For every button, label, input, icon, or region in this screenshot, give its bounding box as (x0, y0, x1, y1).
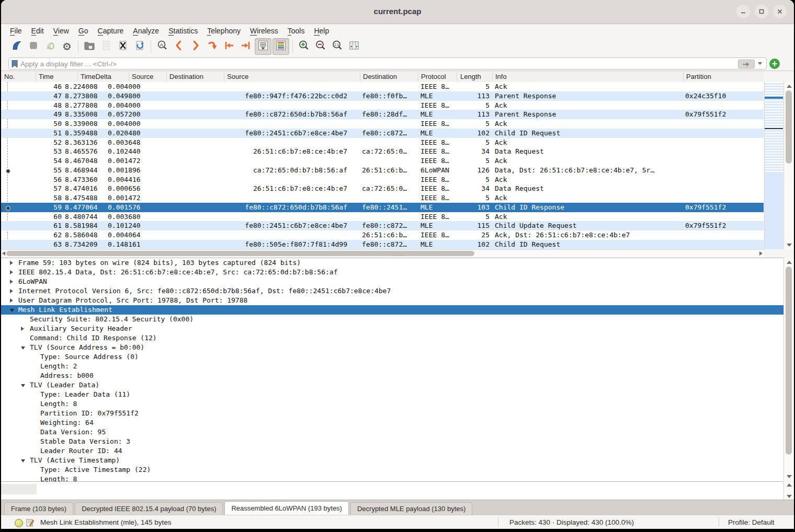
save-file-button[interactable] (98, 39, 114, 54)
capture-options-button[interactable]: ⚙ (59, 39, 75, 54)
packet-bytes-pane[interactable]: 0030 00 15 0d 00 00 00 00 00 00 00 01 75… (1, 481, 783, 500)
bytes-tab[interactable]: Frame (103 bytes) (4, 502, 73, 515)
column-header-no[interactable]: No. (4, 73, 15, 80)
go-first-button[interactable] (221, 39, 237, 54)
packet-list-vscrollbar[interactable] (783, 82, 794, 249)
column-separator[interactable] (360, 72, 360, 81)
bytes-tab[interactable]: Decrypted MLE payload (130 bytes) (350, 502, 472, 515)
column-header-partition[interactable]: Partition (686, 73, 711, 80)
details-scroll-thumb[interactable] (786, 267, 792, 455)
details-vscrollbar[interactable] (783, 258, 794, 481)
menu-view[interactable]: View (49, 25, 74, 37)
column-header-destination[interactable]: Destination (169, 73, 203, 80)
detail-row[interactable]: Stable Data Version: 3 (1, 437, 783, 446)
scroll-up-arrow[interactable] (787, 85, 792, 88)
collapse-icon[interactable] (21, 384, 25, 387)
detail-row[interactable]: Partition ID: 0x79f551f2 (1, 409, 783, 418)
detail-row[interactable]: Address: b000 (1, 371, 783, 380)
intelligent-scrollbar-minimap[interactable] (764, 82, 783, 249)
detail-row[interactable]: Length: 2 (1, 362, 783, 371)
detail-row[interactable]: Mesh Link Establishment (1, 305, 783, 315)
detail-row[interactable]: TLV (Leader Data) (1, 380, 783, 390)
capture-comment-icon[interactable] (26, 518, 34, 527)
expand-icon[interactable] (10, 270, 13, 274)
detail-row[interactable]: User Datagram Protocol, Src Port: 19788,… (1, 296, 783, 305)
packet-row[interactable]: 628.5860480.00406426:51:c6:b…IEEE 8…25Ac… (1, 230, 764, 240)
title-bar[interactable]: current.pcap (1, 0, 794, 24)
menu-analyze[interactable]: Analyze (128, 25, 164, 37)
details-scroll-down-arrow[interactable] (787, 475, 792, 478)
column-header-source[interactable]: Source (132, 73, 153, 80)
column-separator[interactable] (129, 72, 129, 81)
maximize-button[interactable] (755, 5, 768, 18)
menu-capture[interactable]: Capture (93, 25, 129, 37)
column-header-info[interactable]: Info (495, 73, 507, 80)
hex-row[interactable]: 0030 00 15 0d 00 00 00 00 00 00 00 01 75… (1, 484, 783, 494)
find-packet-button[interactable]: A (154, 39, 170, 54)
detail-row[interactable]: Leader Router ID: 44 (1, 446, 783, 456)
packet-row[interactable]: 618.5819840.101240fe80::2451:c6b7:e8ce:4… (1, 221, 764, 230)
packet-list[interactable]: 468.2240080.004000IEEE 8…5Ack478.2738080… (1, 82, 764, 249)
packet-list-scroll-thumb[interactable] (786, 90, 792, 164)
collapse-icon[interactable] (10, 309, 14, 312)
detail-row[interactable]: TLV (Source Address = b0:00) (1, 343, 783, 352)
column-header-destination[interactable]: Destination (363, 73, 397, 80)
expand-icon[interactable] (10, 289, 13, 293)
packet-row[interactable]: 578.4740160.00065626:51:c6:b7:e8:ce:4b:e… (1, 184, 764, 193)
bytes-vscrollbar[interactable] (783, 482, 794, 500)
menu-telephony[interactable]: Telephony (202, 25, 245, 37)
menu-edit[interactable]: Edit (27, 25, 49, 37)
restart-capture-button[interactable] (42, 39, 58, 54)
go-back-button[interactable] (171, 39, 187, 54)
menu-file[interactable]: File (5, 25, 27, 37)
column-separator[interactable] (166, 72, 167, 81)
detail-row[interactable]: Frame 59: 103 bytes on wire (824 bits), … (1, 258, 783, 268)
detail-row[interactable]: Length: 8 (1, 475, 783, 481)
menu-help[interactable]: Help (309, 25, 334, 37)
zoom-in-button[interactable] (296, 39, 312, 54)
scroll-left-arrow[interactable] (2, 251, 5, 256)
column-header-time[interactable]: Time (39, 73, 53, 80)
detail-row[interactable]: TLV (Active Timestamp) (1, 456, 783, 465)
detail-row[interactable]: Length: 8 (1, 399, 783, 409)
close-button[interactable] (773, 5, 787, 18)
column-separator[interactable] (36, 72, 36, 81)
go-last-button[interactable] (238, 39, 254, 54)
scroll-down-arrow[interactable] (787, 244, 792, 247)
bytes-tab[interactable]: Reassembled 6LoWPAN (193 bytes) (224, 501, 348, 515)
go-forward-button[interactable] (188, 39, 203, 54)
column-header-protocol[interactable]: Protocol (421, 73, 446, 80)
column-separator[interactable] (457, 72, 457, 81)
column-separator[interactable] (683, 72, 684, 81)
go-to-packet-button[interactable] (205, 39, 220, 54)
packet-row[interactable]: 588.4754880.001472IEEE 8…5Ack (1, 193, 764, 203)
menu-go[interactable]: Go (74, 25, 93, 37)
expand-icon[interactable] (10, 261, 13, 265)
detail-row[interactable]: Auxiliary Security Header (1, 324, 783, 333)
menu-wireless[interactable]: Wireless (245, 25, 283, 37)
collapse-icon[interactable] (21, 346, 25, 350)
filter-dropdown-caret[interactable] (758, 62, 762, 65)
packet-row[interactable]: 528.3631360.003648IEEE 8…5Ack (1, 138, 764, 147)
column-header-length[interactable]: Length (460, 73, 481, 80)
column-separator[interactable] (77, 72, 78, 81)
bytes-scroll-up-arrow[interactable] (787, 483, 792, 487)
detail-row[interactable]: Internet Protocol Version 6, Src: fe80::… (1, 286, 783, 296)
minimize-button[interactable] (736, 5, 750, 18)
detail-row[interactable]: Command: Child ID Response (12) (1, 333, 783, 343)
packet-row[interactable]: 598.4770640.001576fe80::c872:650d:b7b8:5… (1, 203, 764, 212)
pane-splitter-grip[interactable]: ····· (381, 255, 416, 257)
packet-list-header[interactable]: No.TimeTimeDeltaSourceDestinationSourceD… (1, 71, 764, 83)
detail-row[interactable]: Security Suite: 802.15.4 Security (0x00) (1, 315, 783, 324)
collapse-icon[interactable] (21, 459, 25, 462)
detail-row[interactable]: Weighting: 64 (1, 418, 783, 427)
packet-row[interactable]: 608.4807440.003680IEEE 8…5Ack (1, 212, 764, 222)
packet-details-pane[interactable]: Frame 59: 103 bytes on wire (824 bits), … (1, 258, 783, 481)
zoom-out-button[interactable] (313, 39, 328, 54)
packet-row[interactable]: 548.4670480.001472IEEE 8…5Ack (1, 156, 764, 166)
scroll-right-arrow[interactable] (759, 251, 763, 256)
packet-row[interactable]: 568.4733600.004416IEEE 8…5Ack (1, 175, 764, 184)
packet-row[interactable]: 498.3350080.057200fe80::c872:650d:b7b8:5… (1, 110, 764, 119)
display-filter-input[interactable]: Apply a display filter ... <Ctrl-/> (8, 57, 767, 70)
packet-row[interactable]: 508.3390080.004000IEEE 8…5Ack (1, 119, 764, 129)
